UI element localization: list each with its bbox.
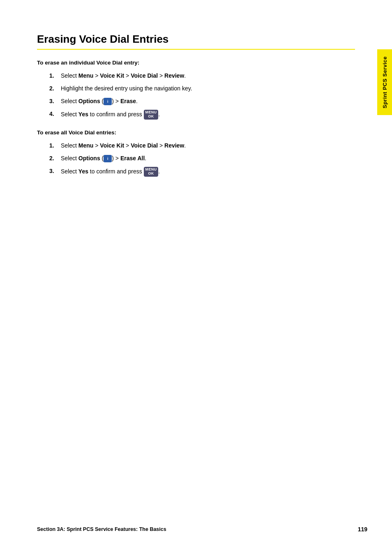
bold-yes: Yes (78, 168, 88, 175)
step-content: Select Menu > Voice Kit > Voice Dial > R… (61, 72, 355, 80)
menu-ok-button: MENUOK (144, 110, 159, 120)
title-underline (37, 49, 355, 50)
bold-menu: Menu (78, 142, 94, 149)
step-content: Select Options (i) > Erase. (61, 97, 355, 106)
bold-menu: Menu (78, 72, 94, 79)
step-number: 2. (49, 84, 61, 93)
page-title: Erasing Voice Dial Entries (37, 33, 355, 46)
section2-intro: To erase all Voice Dial entries: (37, 129, 355, 136)
section1-list: 1. Select Menu > Voice Kit > Voice Dial … (49, 72, 355, 120)
section1-intro: To erase an individual Voice Dial entry: (37, 60, 355, 66)
bold-yes: Yes (78, 111, 88, 118)
bold-options: Options (78, 98, 100, 104)
step-number: 1. (49, 72, 61, 80)
list-item: 2. Highlight the desired entry using the… (49, 84, 355, 93)
footer-page-number: 119 (358, 526, 367, 533)
list-item: 2. Select Options (i) > Erase All. (49, 154, 355, 163)
bold-voicedial: Voice Dial (131, 72, 158, 79)
list-item: 4. Select Yes to confirm and press MENUO… (49, 110, 355, 120)
step-content: Highlight the desired entry using the na… (61, 84, 355, 93)
footer-section-label: Section 3A: Sprint PCS Service Features:… (37, 526, 166, 532)
step-content: Select Yes to confirm and press MENUOK. (61, 110, 355, 120)
options-icon-button: i (104, 98, 112, 105)
bold-review: Review (164, 142, 184, 149)
step-number: 3. (49, 167, 61, 175)
bold-voicekit: Voice Kit (100, 142, 124, 149)
menu-ok-button: MENUOK (144, 167, 159, 177)
step-content: Select Options (i) > Erase All. (61, 154, 355, 163)
side-tab: Sprint PCS Service (377, 49, 392, 115)
step-content: Select Yes to confirm and press MENUOK. (61, 167, 355, 177)
list-item: 1. Select Menu > Voice Kit > Voice Dial … (49, 141, 355, 150)
step-content: Select Menu > Voice Kit > Voice Dial > R… (61, 141, 355, 150)
bold-review: Review (164, 72, 184, 79)
options-icon-button: i (104, 155, 112, 162)
list-item: 3. Select Options (i) > Erase. (49, 97, 355, 106)
step-number: 2. (49, 154, 61, 163)
list-item: 1. Select Menu > Voice Kit > Voice Dial … (49, 72, 355, 80)
bold-voicekit: Voice Kit (100, 72, 124, 79)
page-container: Sprint PCS Service Erasing Voice Dial En… (0, 0, 392, 549)
bold-erase-all: Erase All (120, 155, 145, 161)
step-number: 4. (49, 110, 61, 118)
side-tab-text: Sprint PCS Service (382, 56, 388, 108)
list-item: 3. Select Yes to confirm and press MENUO… (49, 167, 355, 177)
bold-erase: Erase (120, 98, 136, 104)
section2-list: 1. Select Menu > Voice Kit > Voice Dial … (49, 141, 355, 177)
step-number: 1. (49, 141, 61, 150)
step-number: 3. (49, 97, 61, 106)
bold-voicedial: Voice Dial (131, 142, 158, 149)
bold-options: Options (78, 155, 100, 161)
footer: Section 3A: Sprint PCS Service Features:… (37, 526, 367, 533)
